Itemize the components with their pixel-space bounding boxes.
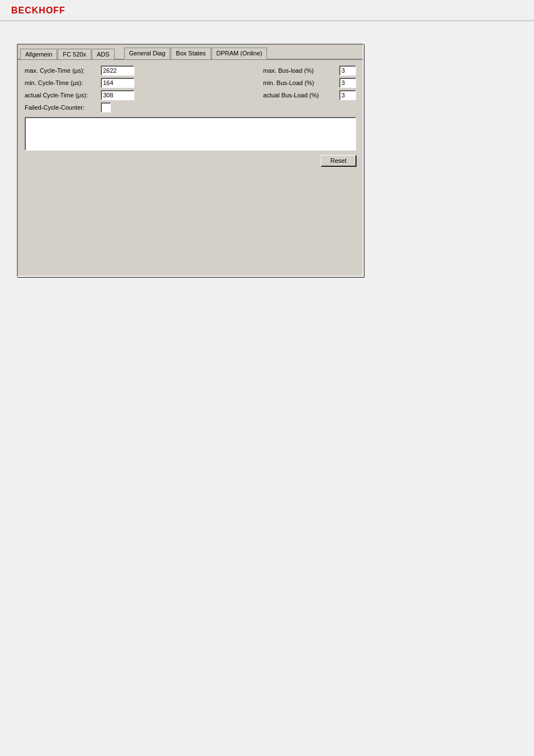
fields-left: max. Cycle-Time (μs): min. Cycle-Time (μ… [25,65,134,112]
tab-box-states[interactable]: Box States [171,48,210,59]
label-min-cycle-time: min. Cycle-Time (μs): [25,79,97,86]
field-row-min-cycle: min. Cycle-Time (μs): [25,78,134,88]
field-row-failed-cycle: Failed-Cycle-Counter: [25,102,134,112]
input-actual-cycle-time[interactable] [101,90,134,100]
field-row-min-busload: min. Bus-Load (%) [263,78,356,88]
tab-general-diag[interactable]: General Diag [124,48,171,59]
label-actual-cycle-time: actual Cycle-Time (μs): [25,92,97,98]
empty-space [25,170,356,270]
label-max-cycle-time: max. Cycle-Time (μs): [25,67,97,74]
field-row-actual-cycle: actual Cycle-Time (μs): [25,90,134,100]
input-max-cycle-time[interactable] [101,65,134,76]
input-failed-cycle-counter[interactable] [101,102,111,112]
dialog-box: Allgemein FC 520x ADS General Diag Box S… [17,44,364,277]
field-row-max-cycle: max. Cycle-Time (μs): [25,65,134,76]
input-max-bus-load[interactable] [339,65,356,76]
tab-bar: Allgemein FC 520x ADS General Diag Box S… [18,45,363,60]
label-max-bus-load: max. Bus-load (%) [263,67,336,74]
label-min-bus-load: min. Bus-Load (%) [263,79,336,86]
log-area [25,117,356,151]
fields-row: max. Cycle-Time (μs): min. Cycle-Time (μ… [25,65,356,112]
tab-dpram-online[interactable]: DPRAM (Online) [212,48,268,59]
field-row-max-busload: max. Bus-load (%) [263,65,356,76]
reset-button[interactable]: Reset [321,155,356,166]
header: BECKHOFF [0,0,534,21]
input-min-bus-load[interactable] [339,78,356,88]
content-area: max. Cycle-Time (μs): min. Cycle-Time (μ… [18,60,363,276]
tab-ads[interactable]: ADS [92,49,115,59]
label-failed-cycle-counter: Failed-Cycle-Counter: [25,104,97,111]
field-row-actual-busload: actual Bus-Load (%) [263,90,356,100]
label-actual-bus-load: actual Bus-Load (%) [263,92,336,98]
input-min-cycle-time[interactable] [101,78,134,88]
tab-group-left: Allgemein FC 520x ADS [20,48,115,59]
main-container: Allgemein FC 520x ADS General Diag Box S… [0,32,534,288]
tab-group-right: General Diag Box States DPRAM (Online) [124,47,268,59]
logo: BECKHOFF [11,6,523,16]
tab-fc520x[interactable]: FC 520x [58,49,91,59]
bottom-row: Reset [25,155,356,166]
fields-right: max. Bus-load (%) min. Bus-Load (%) actu… [263,65,356,112]
input-actual-bus-load[interactable] [339,90,356,100]
tab-allgemein[interactable]: Allgemein [20,49,57,59]
